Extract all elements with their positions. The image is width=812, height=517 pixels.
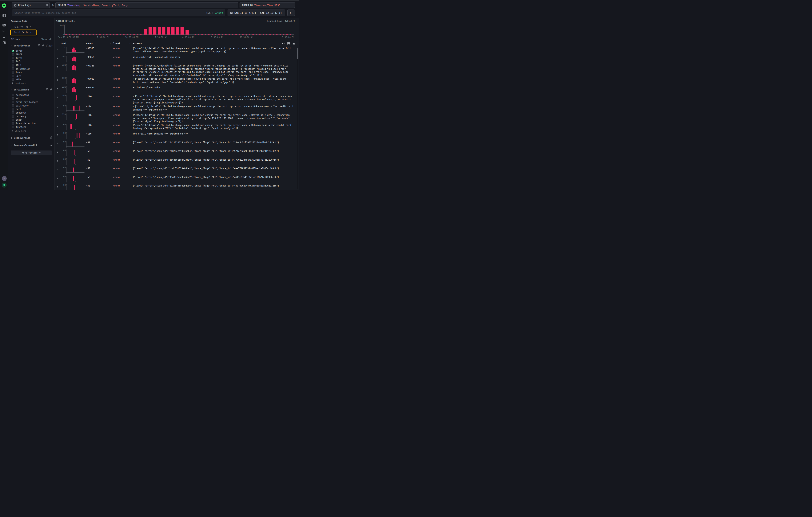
pin-icon[interactable] [50, 143, 53, 147]
query-select-bar[interactable]: SELECT Timestamp, ServiceName, SeverityT… [55, 2, 238, 8]
checkbox[interactable] [11, 115, 14, 118]
chart-icon[interactable] [2, 29, 6, 33]
filter-option[interactable]: currency [11, 114, 53, 118]
dismiss-x-icon[interactable]: × [133, 95, 134, 97]
chevron-right-icon[interactable] [56, 132, 59, 140]
more-filters-button[interactable]: More filters [11, 150, 52, 155]
run-query-button[interactable]: ▷ [287, 9, 295, 16]
search-icon[interactable] [46, 88, 49, 91]
pin-icon[interactable] [50, 88, 53, 91]
table-row[interactable]: 60~58error{"level":"error","span_id":"0c… [56, 140, 298, 149]
checkbox[interactable] [11, 105, 14, 107]
chevron-right-icon[interactable] [56, 166, 59, 175]
table-row[interactable]: 24K~98058errorVisa cache full: cannot ad… [56, 55, 298, 64]
checkbox[interactable] [11, 101, 14, 103]
chevron-right-icon[interactable] [56, 123, 59, 132]
table-row[interactable]: 22K~95441errorFailed to place order [56, 86, 298, 94]
filter-option[interactable]: info [11, 60, 53, 63]
filter-option[interactable]: checkout [11, 111, 53, 115]
filter-option[interactable]: artillery-loadgen [11, 100, 53, 104]
checkbox[interactable] [11, 111, 14, 114]
chevron-right-icon[interactable] [56, 158, 59, 167]
chevron-right-icon[interactable] [56, 175, 59, 184]
source-settings-button[interactable]: ⚙ [50, 2, 55, 8]
load-more-button[interactable]: Show more [12, 130, 53, 132]
filter-option[interactable]: ad [11, 97, 53, 100]
column-resize-handle[interactable]: ⋮ [109, 42, 111, 45]
collapse-panel-icon[interactable] [2, 13, 6, 17]
pin-icon[interactable] [42, 44, 45, 48]
order-by-bar[interactable]: ORDER BY TimestampTime DESC [239, 2, 295, 8]
filter-option[interactable]: cainjector [11, 104, 53, 108]
table-row[interactable]: 120~116error{"code":13,"details":"failed… [56, 113, 298, 123]
checkbox[interactable] [11, 50, 14, 52]
filter-option[interactable]: error [11, 49, 53, 53]
mode-lucene-toggle[interactable]: Lucene [214, 11, 223, 14]
table-row[interactable]: 60~58error{"level":"error","span_id":"6b… [56, 158, 298, 167]
checkbox[interactable] [11, 53, 14, 56]
checkbox[interactable] [11, 75, 14, 77]
checkbox[interactable] [11, 60, 14, 63]
table-row[interactable]: 22K~98523error{"code":13,"details":"fail… [56, 46, 298, 55]
col-level[interactable]: level [113, 42, 120, 45]
table-row[interactable]: 60~58error{"level":"error","span_id":"33… [56, 175, 298, 184]
dismiss-x-icon[interactable]: × [133, 78, 134, 80]
chevron-right-icon[interactable] [56, 105, 59, 113]
scrollbar[interactable] [297, 48, 298, 189]
chevron-right-icon[interactable] [56, 77, 59, 86]
filter-group-title[interactable]: ServiceName [14, 88, 29, 91]
chevron-right-icon[interactable] [56, 140, 59, 149]
col-trend[interactable]: Trend [59, 42, 66, 45]
filter-option[interactable]: accounting [11, 93, 53, 97]
nav-event-patterns[interactable]: Event Patterns [11, 30, 53, 35]
time-range-picker[interactable]: Sep 11 15:47:14 - Sep 12 15:47:14 [228, 9, 285, 16]
nav-results-table[interactable]: Results Table [11, 25, 53, 30]
filter-option[interactable]: ERROR [11, 53, 53, 56]
hyperdx-logo-icon[interactable] [2, 3, 7, 8]
checkbox[interactable] [11, 57, 14, 59]
log-search-icon[interactable] [2, 23, 6, 27]
table-row[interactable]: 180~174error×{"code":13,"details":"faile… [56, 94, 298, 105]
table-row[interactable]: 60~58error{"level":"error","span_id":"b9… [56, 184, 298, 190]
checkbox[interactable] [11, 126, 14, 128]
checkbox[interactable] [11, 78, 14, 81]
chevron-right-icon[interactable] [56, 46, 59, 55]
chevron-down-icon[interactable] [11, 88, 12, 91]
checkbox[interactable] [11, 71, 14, 74]
table-row[interactable]: 60~116error{"code":13,"details":"failed … [56, 123, 298, 132]
filter-option[interactable]: WARN [11, 78, 53, 81]
checkbox[interactable] [11, 64, 14, 66]
dashboards-icon[interactable] [2, 41, 6, 45]
filter-group-title[interactable]: SeverityText [14, 45, 30, 47]
clear-all-button[interactable]: Clear all [41, 38, 53, 40]
source-selector[interactable]: Demo Logs [12, 2, 50, 8]
sessions-icon[interactable] [2, 35, 6, 39]
filter-group-resourceschemaurl[interactable]: ResourceSchemaUrl [11, 143, 53, 147]
chevron-right-icon[interactable] [56, 94, 59, 105]
filter-option[interactable]: warn [11, 74, 53, 78]
chevron-right-icon[interactable] [56, 184, 59, 190]
chevron-down-icon[interactable] [11, 44, 12, 48]
filter-option[interactable]: trace [11, 70, 53, 74]
pin-icon[interactable] [50, 136, 53, 140]
table-row[interactable]: 22K~97360error{"error":{"code":13,"detai… [56, 64, 298, 77]
table-row[interactable]: 60~174error×{"code":13,"details":"failed… [56, 105, 298, 113]
filter-option[interactable]: cart [11, 108, 53, 111]
filter-option[interactable]: INFO [11, 63, 53, 67]
user-avatar[interactable]: U [2, 183, 7, 188]
chevron-right-icon[interactable] [56, 149, 59, 158]
load-more-button[interactable]: Load more [12, 82, 53, 85]
filter-option[interactable]: fatal [11, 56, 53, 60]
table-row[interactable]: 60~58error{"level":"error","span_id":"cd… [56, 166, 298, 175]
checkbox[interactable] [11, 122, 14, 125]
checkbox[interactable] [11, 94, 14, 96]
col-pattern[interactable]: Pattern [133, 42, 142, 45]
search-icon[interactable] [38, 44, 40, 48]
mode-sql-toggle[interactable]: SQL [206, 11, 211, 14]
search-input[interactable]: Search your events w/ Lucene ex. column:… [12, 9, 225, 16]
column-resize-handle[interactable]: ⋮ [129, 42, 131, 45]
filter-option[interactable]: fraud-detection [11, 122, 53, 125]
chevron-right-icon[interactable] [56, 64, 59, 77]
table-row[interactable]: 60~58error{"level":"error","span_id":"eb… [56, 149, 298, 158]
table-row[interactable]: 60~116errorThe credit card (ending <*> e… [56, 132, 298, 140]
